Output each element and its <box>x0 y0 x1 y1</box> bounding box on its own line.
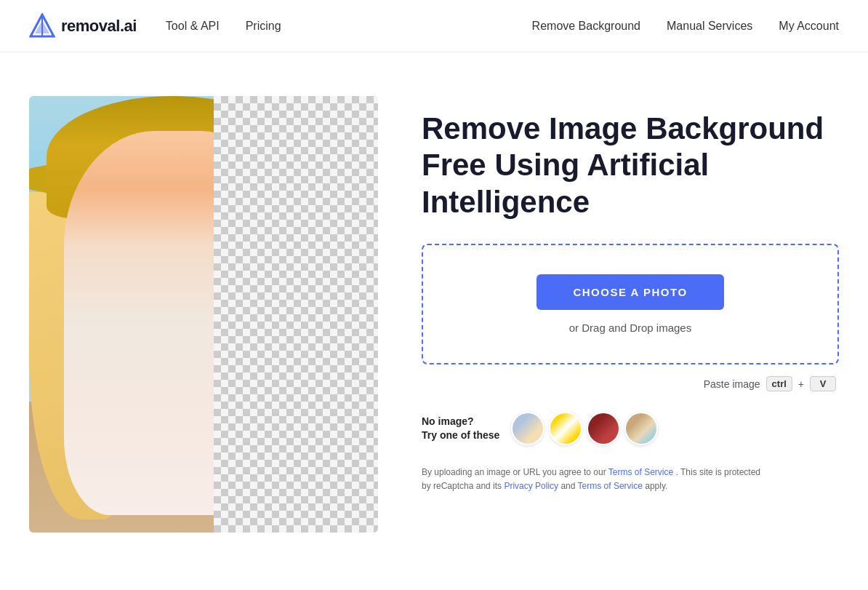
kbd-v: V <box>810 376 836 391</box>
legal-text: By uploading an image or URL you agree t… <box>422 466 771 493</box>
header: removal.ai Tool & API Pricing Remove Bac… <box>0 0 868 52</box>
sample-thumb-person[interactable] <box>511 412 544 445</box>
upload-area[interactable]: CHOOSE A PHOTO or Drag and Drop images <box>422 244 839 364</box>
terms-of-service-link-2[interactable]: Terms of Service <box>578 481 643 491</box>
hero-image-wrap <box>29 96 378 533</box>
main-nav: Tool & API Pricing <box>166 20 281 33</box>
legal-suffix: apply. <box>643 481 667 491</box>
no-image-text: No image? Try one of these <box>422 415 499 443</box>
privacy-policy-link[interactable]: Privacy Policy <box>504 481 558 491</box>
logo-link[interactable]: removal.ai <box>29 13 137 39</box>
nav-remove-background[interactable]: Remove Background <box>532 20 640 33</box>
kbd-ctrl: ctrl <box>766 376 792 391</box>
sample-thumb-dog[interactable] <box>624 412 658 445</box>
paste-row: Paste image ctrl + V <box>422 376 839 391</box>
terms-of-service-link-1[interactable]: Terms of Service <box>608 467 673 477</box>
plus-sign: + <box>798 378 804 390</box>
legal-prefix: By uploading an image or URL you agree t… <box>422 467 608 477</box>
choose-photo-button[interactable]: CHOOSE A PHOTO <box>537 274 723 310</box>
logo-text: removal.ai <box>61 17 137 36</box>
main-content: Remove Image Background Free Using Artif… <box>0 52 868 562</box>
paste-label: Paste image <box>704 378 760 390</box>
hero-content: Remove Image Background Free Using Artif… <box>422 96 839 494</box>
logo-icon <box>29 13 55 39</box>
sample-thumb-bag[interactable] <box>587 412 620 445</box>
no-image-line2: Try one of these <box>422 428 499 443</box>
nav-manual-services[interactable]: Manual Services <box>667 20 752 33</box>
no-image-line1: No image? <box>422 415 499 429</box>
nav-pricing[interactable]: Pricing <box>246 20 281 32</box>
drag-drop-text: or Drag and Drop images <box>569 322 691 334</box>
hero-title: Remove Image Background Free Using Artif… <box>422 111 839 220</box>
header-right: Remove Background Manual Services My Acc… <box>532 20 839 33</box>
sample-thumb-car[interactable] <box>549 412 582 445</box>
legal-and: and <box>558 481 577 491</box>
sample-images <box>511 412 658 445</box>
nav-my-account[interactable]: My Account <box>779 20 839 33</box>
checker-background <box>214 96 378 533</box>
header-left: removal.ai Tool & API Pricing <box>29 13 281 39</box>
no-image-row: No image? Try one of these <box>422 412 839 445</box>
nav-tool-api[interactable]: Tool & API <box>166 20 220 32</box>
